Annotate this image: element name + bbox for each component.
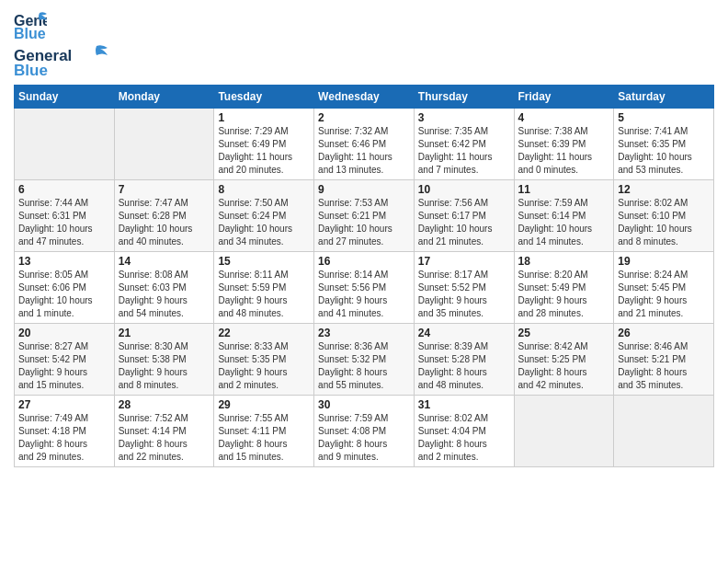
calendar-cell: 14Sunrise: 8:08 AM Sunset: 6:03 PM Dayli… — [114, 252, 214, 324]
day-info: Sunrise: 8:02 AM Sunset: 6:10 PM Dayligh… — [618, 197, 710, 248]
calendar-cell: 21Sunrise: 8:30 AM Sunset: 5:38 PM Dayli… — [114, 324, 214, 396]
calendar-cell: 7Sunrise: 7:47 AM Sunset: 6:28 PM Daylig… — [114, 180, 214, 252]
day-number: 24 — [418, 327, 510, 339]
day-number: 12 — [618, 183, 710, 196]
day-number: 28 — [119, 398, 210, 411]
day-number: 21 — [119, 327, 210, 339]
day-info: Sunrise: 7:38 AM Sunset: 6:39 PM Dayligh… — [518, 125, 610, 177]
day-number: 23 — [318, 327, 410, 339]
calendar-week-row: 27Sunrise: 7:49 AM Sunset: 4:18 PM Dayli… — [15, 396, 714, 467]
day-number: 6 — [18, 183, 110, 196]
calendar-cell: 25Sunrise: 8:42 AM Sunset: 5:25 PM Dayli… — [514, 324, 614, 396]
calendar-week-row: 13Sunrise: 8:05 AM Sunset: 6:06 PM Dayli… — [15, 252, 714, 324]
day-info: Sunrise: 8:05 AM Sunset: 6:06 PM Dayligh… — [18, 269, 110, 320]
weekday-header: Thursday — [414, 86, 514, 109]
day-info: Sunrise: 8:20 AM Sunset: 5:49 PM Dayligh… — [518, 269, 610, 320]
logo: General Blue General Blue — [14, 9, 115, 79]
day-info: Sunrise: 8:24 AM Sunset: 5:45 PM Dayligh… — [618, 269, 710, 320]
calendar-cell: 2Sunrise: 7:32 AM Sunset: 6:46 PM Daylig… — [314, 109, 415, 180]
day-info: Sunrise: 7:32 AM Sunset: 6:46 PM Dayligh… — [318, 125, 410, 177]
day-info: Sunrise: 8:14 AM Sunset: 5:56 PM Dayligh… — [318, 269, 410, 320]
day-number: 15 — [218, 255, 310, 268]
weekday-header: Friday — [514, 86, 614, 109]
calendar-cell: 1Sunrise: 7:29 AM Sunset: 6:49 PM Daylig… — [214, 109, 314, 180]
day-info: Sunrise: 7:44 AM Sunset: 6:31 PM Dayligh… — [18, 197, 110, 248]
calendar-cell: 13Sunrise: 8:05 AM Sunset: 6:06 PM Dayli… — [15, 252, 115, 324]
day-number: 7 — [119, 183, 210, 196]
day-number: 9 — [318, 183, 410, 196]
day-info: Sunrise: 7:35 AM Sunset: 6:42 PM Dayligh… — [418, 125, 510, 177]
calendar-cell: 15Sunrise: 8:11 AM Sunset: 5:59 PM Dayli… — [214, 252, 314, 324]
header: General Blue General Blue — [14, 9, 714, 79]
calendar-cell: 17Sunrise: 8:17 AM Sunset: 5:52 PM Dayli… — [414, 252, 514, 324]
day-number: 2 — [318, 111, 410, 124]
logo-icon: General Blue — [14, 9, 47, 42]
calendar-cell: 12Sunrise: 8:02 AM Sunset: 6:10 PM Dayli… — [614, 180, 714, 252]
day-number: 26 — [618, 327, 710, 339]
calendar-cell: 31Sunrise: 8:02 AM Sunset: 4:04 PM Dayli… — [414, 396, 514, 467]
calendar-cell: 28Sunrise: 7:52 AM Sunset: 4:14 PM Dayli… — [114, 396, 214, 467]
calendar-week-row: 6Sunrise: 7:44 AM Sunset: 6:31 PM Daylig… — [15, 180, 714, 252]
weekday-header: Wednesday — [314, 86, 415, 109]
day-number: 17 — [418, 255, 510, 268]
calendar-week-row: 1Sunrise: 7:29 AM Sunset: 6:49 PM Daylig… — [15, 109, 714, 180]
day-info: Sunrise: 7:53 AM Sunset: 6:21 PM Dayligh… — [318, 197, 410, 248]
weekday-header: Tuesday — [214, 86, 314, 109]
calendar-cell: 18Sunrise: 8:20 AM Sunset: 5:49 PM Dayli… — [514, 252, 614, 324]
calendar-cell: 23Sunrise: 8:36 AM Sunset: 5:32 PM Dayli… — [314, 324, 415, 396]
day-number: 10 — [418, 183, 510, 196]
day-info: Sunrise: 8:36 AM Sunset: 5:32 PM Dayligh… — [318, 340, 410, 392]
weekday-header-row: SundayMondayTuesdayWednesdayThursdayFrid… — [15, 86, 714, 109]
logo-text: General Blue — [14, 44, 115, 79]
calendar-cell: 8Sunrise: 7:50 AM Sunset: 6:24 PM Daylig… — [214, 180, 314, 252]
calendar-cell: 6Sunrise: 7:44 AM Sunset: 6:31 PM Daylig… — [15, 180, 115, 252]
calendar-cell: 3Sunrise: 7:35 AM Sunset: 6:42 PM Daylig… — [414, 109, 514, 180]
calendar-week-row: 20Sunrise: 8:27 AM Sunset: 5:42 PM Dayli… — [15, 324, 714, 396]
day-info: Sunrise: 8:17 AM Sunset: 5:52 PM Dayligh… — [418, 269, 510, 320]
calendar-cell: 11Sunrise: 7:59 AM Sunset: 6:14 PM Dayli… — [514, 180, 614, 252]
weekday-header: Monday — [114, 86, 214, 109]
calendar-cell: 26Sunrise: 8:46 AM Sunset: 5:21 PM Dayli… — [614, 324, 714, 396]
day-info: Sunrise: 7:59 AM Sunset: 6:14 PM Dayligh… — [518, 197, 610, 248]
day-info: Sunrise: 8:08 AM Sunset: 6:03 PM Dayligh… — [119, 269, 210, 320]
calendar-cell — [15, 109, 115, 180]
day-number: 3 — [418, 111, 510, 124]
day-number: 25 — [518, 327, 610, 339]
day-info: Sunrise: 7:52 AM Sunset: 4:14 PM Dayligh… — [119, 412, 210, 464]
calendar-cell — [114, 109, 214, 180]
day-info: Sunrise: 7:50 AM Sunset: 6:24 PM Dayligh… — [218, 197, 310, 248]
calendar-cell: 29Sunrise: 7:55 AM Sunset: 4:11 PM Dayli… — [214, 396, 314, 467]
day-number: 4 — [518, 111, 610, 124]
day-number: 13 — [18, 255, 110, 268]
day-info: Sunrise: 8:42 AM Sunset: 5:25 PM Dayligh… — [518, 340, 610, 392]
calendar-cell: 27Sunrise: 7:49 AM Sunset: 4:18 PM Dayli… — [15, 396, 115, 467]
day-number: 14 — [119, 255, 210, 268]
day-info: Sunrise: 8:39 AM Sunset: 5:28 PM Dayligh… — [418, 340, 510, 392]
day-number: 19 — [618, 255, 710, 268]
day-info: Sunrise: 7:29 AM Sunset: 6:49 PM Dayligh… — [218, 125, 310, 177]
calendar-cell: 20Sunrise: 8:27 AM Sunset: 5:42 PM Dayli… — [15, 324, 115, 396]
day-info: Sunrise: 7:49 AM Sunset: 4:18 PM Dayligh… — [18, 412, 110, 464]
weekday-header: Sunday — [15, 86, 115, 109]
svg-text:Blue: Blue — [14, 62, 48, 79]
day-number: 30 — [318, 398, 410, 411]
day-number: 31 — [418, 398, 510, 411]
calendar-cell: 5Sunrise: 7:41 AM Sunset: 6:35 PM Daylig… — [614, 109, 714, 180]
day-info: Sunrise: 7:56 AM Sunset: 6:17 PM Dayligh… — [418, 197, 510, 248]
calendar-cell: 16Sunrise: 8:14 AM Sunset: 5:56 PM Dayli… — [314, 252, 415, 324]
weekday-header: Saturday — [614, 86, 714, 109]
day-number: 29 — [218, 398, 310, 411]
calendar-cell: 22Sunrise: 8:33 AM Sunset: 5:35 PM Dayli… — [214, 324, 314, 396]
calendar-cell: 4Sunrise: 7:38 AM Sunset: 6:39 PM Daylig… — [514, 109, 614, 180]
day-info: Sunrise: 7:41 AM Sunset: 6:35 PM Dayligh… — [618, 125, 710, 177]
day-info: Sunrise: 7:59 AM Sunset: 4:08 PM Dayligh… — [318, 412, 410, 464]
day-number: 22 — [218, 327, 310, 339]
calendar-table: SundayMondayTuesdayWednesdayThursdayFrid… — [14, 85, 714, 467]
calendar-cell: 10Sunrise: 7:56 AM Sunset: 6:17 PM Dayli… — [414, 180, 514, 252]
day-number: 20 — [18, 327, 110, 339]
calendar-page: General Blue General Blue — [0, 0, 728, 477]
day-info: Sunrise: 7:47 AM Sunset: 6:28 PM Dayligh… — [119, 197, 210, 248]
svg-text:Blue: Blue — [14, 26, 46, 41]
calendar-cell — [614, 396, 714, 467]
calendar-cell: 24Sunrise: 8:39 AM Sunset: 5:28 PM Dayli… — [414, 324, 514, 396]
